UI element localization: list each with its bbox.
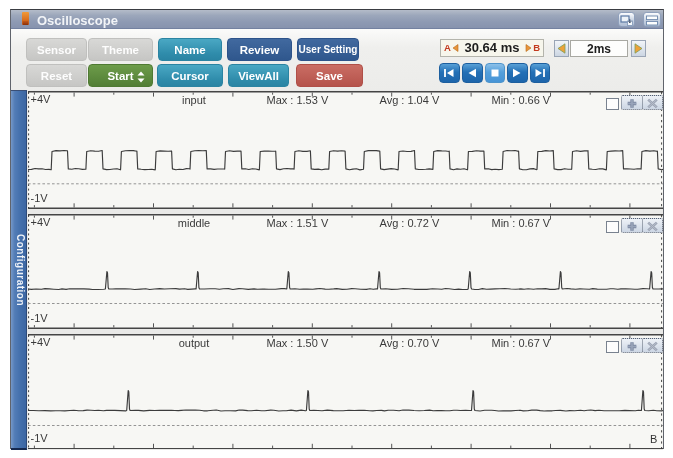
svg-text:B: B (650, 433, 657, 445)
